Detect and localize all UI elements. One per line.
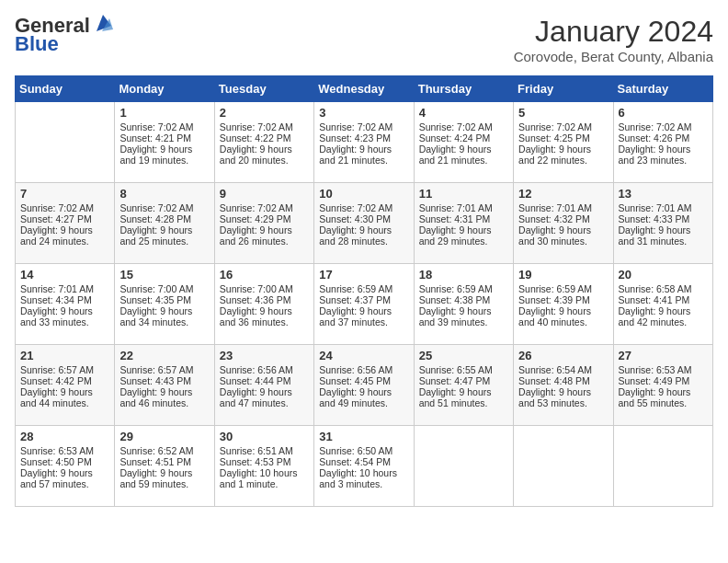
sunset-text: Sunset: 4:28 PM [119, 213, 209, 224]
sunset-text: Sunset: 4:38 PM [419, 294, 508, 305]
sunrise-text: Sunrise: 6:56 AM [319, 364, 408, 375]
sunset-text: Sunset: 4:35 PM [119, 294, 209, 305]
sunset-text: Sunset: 4:51 PM [119, 456, 209, 467]
sunset-text: Sunset: 4:26 PM [619, 132, 708, 144]
daylight-text: Daylight: 9 hours and 51 minutes. [419, 386, 508, 408]
sunset-text: Sunset: 4:54 PM [319, 456, 408, 467]
header-day-tuesday: Tuesday [214, 76, 313, 102]
calendar-cell: 2Sunrise: 7:02 AMSunset: 4:22 PMDaylight… [214, 102, 313, 183]
day-number: 2 [220, 106, 309, 120]
day-number: 10 [319, 187, 408, 201]
sunrise-text: Sunrise: 6:59 AM [518, 283, 608, 294]
sunrise-text: Sunrise: 6:54 AM [518, 364, 608, 375]
daylight-text: Daylight: 9 hours and 20 minutes. [220, 144, 309, 166]
sunset-text: Sunset: 4:47 PM [419, 375, 508, 386]
header-day-saturday: Saturday [613, 76, 712, 102]
daylight-text: Daylight: 9 hours and 36 minutes. [220, 305, 309, 327]
header-day-monday: Monday [115, 76, 214, 102]
daylight-text: Daylight: 9 hours and 42 minutes. [619, 305, 708, 327]
sunrise-text: Sunrise: 7:02 AM [119, 121, 209, 132]
daylight-text: Daylight: 9 hours and 25 minutes. [119, 224, 209, 247]
sunrise-text: Sunrise: 7:02 AM [220, 121, 309, 132]
sunrise-text: Sunrise: 7:02 AM [419, 121, 508, 132]
calendar-week-3: 14Sunrise: 7:01 AMSunset: 4:34 PMDayligh… [16, 264, 713, 345]
sunrise-text: Sunrise: 6:59 AM [419, 283, 508, 294]
sunset-text: Sunset: 4:48 PM [518, 375, 608, 386]
sunset-text: Sunset: 4:24 PM [419, 132, 508, 144]
day-number: 21 [20, 349, 109, 362]
daylight-text: Daylight: 10 hours and 1 minute. [220, 467, 309, 489]
daylight-text: Daylight: 9 hours and 21 minutes. [419, 144, 508, 166]
day-number: 26 [518, 349, 608, 362]
daylight-text: Daylight: 9 hours and 31 minutes. [619, 224, 708, 247]
logo-icon [93, 13, 113, 33]
sunset-text: Sunset: 4:25 PM [518, 132, 608, 144]
sunrise-text: Sunrise: 6:52 AM [119, 445, 209, 456]
day-number: 24 [319, 349, 408, 362]
daylight-text: Daylight: 9 hours and 44 minutes. [20, 386, 109, 408]
day-number: 23 [220, 349, 309, 362]
daylight-text: Daylight: 9 hours and 28 minutes. [319, 224, 408, 247]
daylight-text: Daylight: 9 hours and 22 minutes. [518, 144, 608, 166]
sunset-text: Sunset: 4:23 PM [319, 132, 408, 144]
sunrise-text: Sunrise: 6:57 AM [119, 364, 209, 375]
sunrise-text: Sunrise: 6:58 AM [619, 283, 708, 294]
daylight-text: Daylight: 9 hours and 23 minutes. [619, 144, 708, 166]
header-day-thursday: Thursday [414, 76, 513, 102]
daylight-text: Daylight: 9 hours and 19 minutes. [119, 144, 209, 166]
calendar-header-row: SundayMondayTuesdayWednesdayThursdayFrid… [16, 76, 713, 102]
sunset-text: Sunset: 4:36 PM [220, 294, 309, 305]
day-number: 29 [119, 430, 209, 443]
sunset-text: Sunset: 4:49 PM [619, 375, 708, 386]
calendar-cell: 10Sunrise: 7:02 AMSunset: 4:30 PMDayligh… [314, 183, 414, 264]
calendar-cell: 19Sunrise: 6:59 AMSunset: 4:39 PMDayligh… [514, 264, 613, 345]
day-number: 12 [518, 187, 608, 201]
calendar-cell: 27Sunrise: 6:53 AMSunset: 4:49 PMDayligh… [613, 345, 712, 426]
sunrise-text: Sunrise: 7:02 AM [619, 121, 708, 132]
daylight-text: Daylight: 9 hours and 30 minutes. [518, 224, 608, 247]
sunset-text: Sunset: 4:50 PM [20, 456, 109, 467]
day-number: 18 [419, 268, 508, 282]
sunset-text: Sunset: 4:21 PM [119, 132, 209, 144]
location-subtitle: Corovode, Berat County, Albania [514, 49, 713, 64]
sunset-text: Sunset: 4:37 PM [319, 294, 408, 305]
sunrise-text: Sunrise: 6:53 AM [20, 445, 109, 456]
calendar-cell: 6Sunrise: 7:02 AMSunset: 4:26 PMDaylight… [613, 102, 712, 183]
sunrise-text: Sunrise: 7:02 AM [220, 202, 309, 213]
sunset-text: Sunset: 4:44 PM [220, 375, 309, 386]
sunrise-text: Sunrise: 7:02 AM [119, 202, 209, 213]
calendar-cell: 23Sunrise: 6:56 AMSunset: 4:44 PMDayligh… [214, 345, 313, 426]
sunset-text: Sunset: 4:39 PM [518, 294, 608, 305]
calendar-cell: 7Sunrise: 7:02 AMSunset: 4:27 PMDaylight… [16, 183, 115, 264]
sunrise-text: Sunrise: 6:50 AM [319, 445, 408, 456]
day-number: 6 [619, 106, 708, 120]
daylight-text: Daylight: 9 hours and 29 minutes. [419, 224, 508, 247]
day-number: 13 [619, 187, 708, 201]
daylight-text: Daylight: 9 hours and 59 minutes. [119, 467, 209, 489]
day-number: 16 [220, 268, 309, 282]
day-number: 1 [119, 106, 209, 120]
calendar-cell: 29Sunrise: 6:52 AMSunset: 4:51 PMDayligh… [115, 426, 214, 507]
sunrise-text: Sunrise: 7:00 AM [220, 283, 309, 294]
sunrise-text: Sunrise: 7:01 AM [619, 202, 708, 213]
calendar-cell: 25Sunrise: 6:55 AMSunset: 4:47 PMDayligh… [414, 345, 513, 426]
day-number: 31 [319, 430, 408, 443]
sunrise-text: Sunrise: 7:02 AM [20, 202, 109, 213]
sunrise-text: Sunrise: 6:59 AM [319, 283, 408, 294]
calendar-cell: 8Sunrise: 7:02 AMSunset: 4:28 PMDaylight… [115, 183, 214, 264]
sunset-text: Sunset: 4:42 PM [20, 375, 109, 386]
header-day-friday: Friday [514, 76, 613, 102]
calendar-cell: 22Sunrise: 6:57 AMSunset: 4:43 PMDayligh… [115, 345, 214, 426]
header-day-sunday: Sunday [16, 76, 115, 102]
daylight-text: Daylight: 9 hours and 37 minutes. [319, 305, 408, 327]
calendar-week-5: 28Sunrise: 6:53 AMSunset: 4:50 PMDayligh… [16, 426, 713, 507]
day-number: 20 [619, 268, 708, 282]
day-number: 27 [619, 349, 708, 362]
daylight-text: Daylight: 9 hours and 55 minutes. [619, 386, 708, 408]
day-number: 5 [518, 106, 608, 120]
calendar-cell: 9Sunrise: 7:02 AMSunset: 4:29 PMDaylight… [214, 183, 313, 264]
day-number: 17 [319, 268, 408, 282]
calendar-cell: 31Sunrise: 6:50 AMSunset: 4:54 PMDayligh… [314, 426, 414, 507]
calendar-cell: 21Sunrise: 6:57 AMSunset: 4:42 PMDayligh… [16, 345, 115, 426]
day-number: 30 [220, 430, 309, 443]
